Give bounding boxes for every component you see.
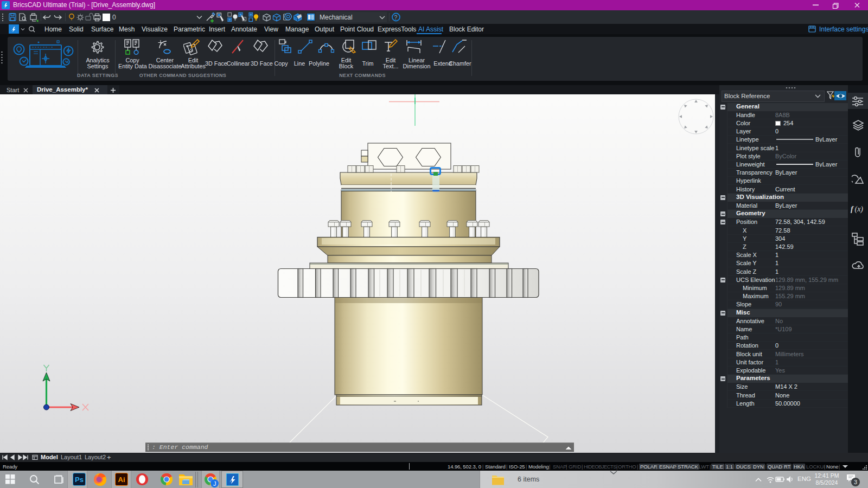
svg-text:?: ? (394, 14, 398, 21)
svg-text:ByLayer: ByLayer (815, 137, 838, 142)
svg-text:ByLayer: ByLayer (815, 162, 838, 167)
svg-text:Mechanical: Mechanical (320, 14, 353, 21)
svg-text:0: 0 (112, 14, 116, 21)
svg-text:J: J (213, 480, 216, 487)
